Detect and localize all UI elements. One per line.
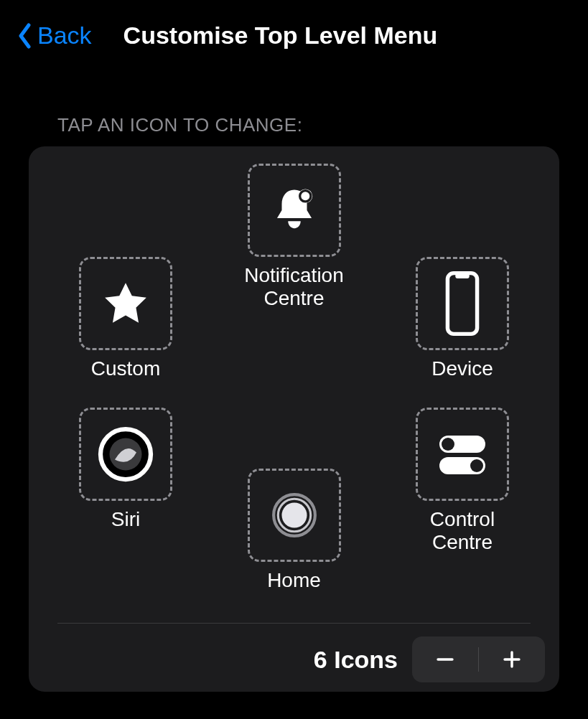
page-title: Customise Top Level Menu bbox=[123, 22, 438, 50]
stepper-decrement-button[interactable] bbox=[412, 636, 478, 682]
plus-icon bbox=[502, 649, 522, 669]
svg-rect-3 bbox=[455, 273, 469, 278]
slot-control-centre[interactable]: ControlCentre bbox=[401, 408, 523, 554]
bell-badge-icon bbox=[269, 185, 319, 235]
slot-device[interactable]: Device bbox=[401, 257, 523, 380]
slot-box bbox=[416, 257, 509, 350]
slot-label: ControlCentre bbox=[430, 508, 495, 554]
svg-point-13 bbox=[281, 502, 307, 527]
star-icon bbox=[102, 280, 149, 327]
section-header: TAP AN ICON TO CHANGE: bbox=[0, 64, 588, 146]
footer-row: 6 Icons bbox=[29, 624, 559, 682]
svg-rect-2 bbox=[447, 273, 477, 334]
chevron-left-icon bbox=[17, 23, 33, 49]
back-button[interactable]: Back bbox=[17, 22, 92, 50]
back-label: Back bbox=[37, 22, 92, 50]
icon-count-label: 6 Icons bbox=[314, 646, 398, 674]
slot-home[interactable]: Home bbox=[233, 469, 355, 592]
toggles-icon bbox=[434, 429, 491, 479]
slot-label: Device bbox=[431, 357, 493, 380]
icon-panel: NotificationCentre Custom bbox=[29, 146, 559, 692]
slot-box bbox=[416, 408, 509, 501]
svg-rect-14 bbox=[437, 658, 453, 661]
phone-outline-icon bbox=[444, 271, 481, 337]
slot-box bbox=[248, 469, 341, 562]
slot-siri[interactable]: Siri bbox=[65, 408, 187, 531]
slot-label: Home bbox=[267, 569, 321, 592]
slot-custom[interactable]: Custom bbox=[65, 257, 187, 380]
slot-box bbox=[248, 164, 341, 257]
minus-icon bbox=[435, 649, 455, 669]
slot-label: Custom bbox=[91, 357, 160, 380]
slot-label: Siri bbox=[111, 508, 140, 531]
slot-box bbox=[79, 408, 172, 501]
slot-notification-centre[interactable]: NotificationCentre bbox=[233, 164, 355, 310]
icon-ring: NotificationCentre Custom bbox=[29, 164, 559, 623]
svg-point-8 bbox=[442, 438, 454, 451]
home-button-icon bbox=[271, 492, 318, 539]
nav-bar: Back Customise Top Level Menu bbox=[0, 0, 588, 64]
svg-rect-16 bbox=[510, 651, 513, 667]
siri-icon bbox=[97, 426, 154, 483]
svg-point-10 bbox=[470, 459, 483, 472]
icon-count-stepper bbox=[412, 636, 545, 682]
slot-box bbox=[79, 257, 172, 350]
stepper-increment-button[interactable] bbox=[479, 636, 545, 682]
slot-label: NotificationCentre bbox=[244, 264, 344, 310]
svg-point-1 bbox=[299, 191, 310, 202]
